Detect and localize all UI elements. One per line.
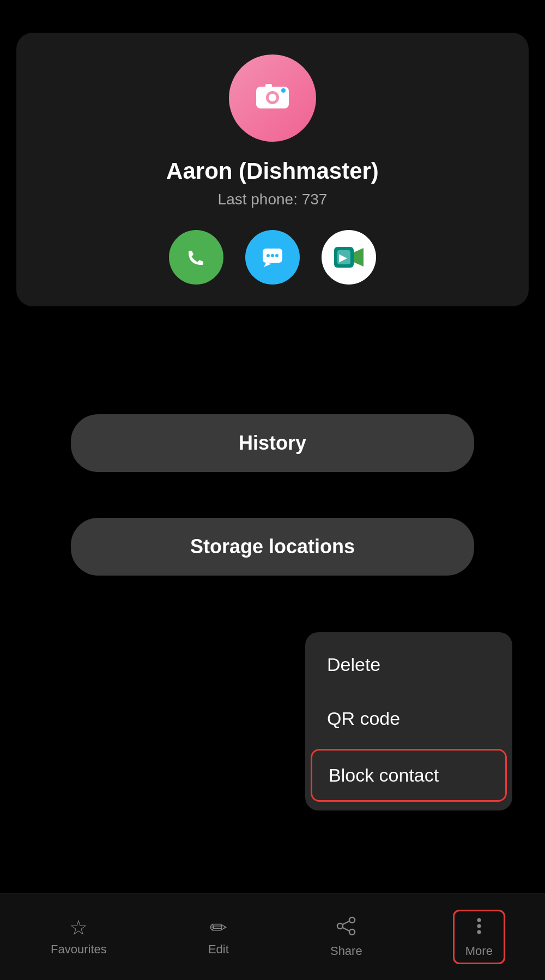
action-buttons: ▶	[169, 230, 376, 285]
bottom-navigation: ☆ Favourites ✏ Edit Share More	[0, 893, 545, 980]
svg-point-14	[349, 917, 355, 923]
camera-icon	[253, 78, 292, 118]
avatar	[229, 55, 316, 142]
contact-card: Aaron (Dishmaster) Last phone: 737 ▶	[16, 33, 529, 306]
storage-locations-button[interactable]: Storage locations	[71, 518, 474, 576]
svg-point-4	[281, 88, 286, 93]
block-contact-button[interactable]: Block contact	[311, 749, 507, 802]
share-icon	[336, 916, 356, 940]
nav-share[interactable]: Share	[319, 910, 373, 964]
more-icon	[469, 916, 489, 940]
dropdown-menu: Delete QR code Block contact	[305, 632, 512, 810]
call-button[interactable]	[169, 230, 223, 285]
meet-button[interactable]: ▶	[322, 230, 376, 285]
svg-point-7	[267, 254, 270, 257]
svg-line-17	[343, 921, 349, 924]
svg-point-19	[477, 918, 481, 922]
svg-point-2	[269, 94, 276, 101]
svg-marker-11	[354, 248, 364, 267]
svg-point-8	[271, 254, 274, 257]
qr-code-button[interactable]: QR code	[305, 692, 512, 746]
history-button[interactable]: History	[71, 414, 474, 472]
nav-favourites[interactable]: ☆ Favourites	[40, 912, 118, 962]
star-icon: ☆	[69, 917, 88, 938]
contact-name: Aaron (Dishmaster)	[166, 158, 379, 184]
svg-point-9	[275, 254, 278, 257]
nav-edit[interactable]: ✏ Edit	[197, 912, 240, 962]
svg-point-15	[337, 923, 343, 929]
message-button[interactable]	[245, 230, 300, 285]
svg-point-20	[477, 924, 481, 928]
edit-icon: ✏	[210, 917, 227, 938]
svg-text:▶: ▶	[339, 252, 348, 263]
contact-phone: Last phone: 737	[218, 191, 328, 208]
svg-marker-6	[264, 263, 271, 267]
svg-line-18	[343, 928, 349, 931]
delete-button[interactable]: Delete	[305, 638, 512, 692]
nav-more[interactable]: More	[453, 910, 505, 964]
svg-point-16	[349, 929, 355, 935]
svg-rect-3	[265, 84, 272, 88]
svg-point-21	[477, 930, 481, 934]
